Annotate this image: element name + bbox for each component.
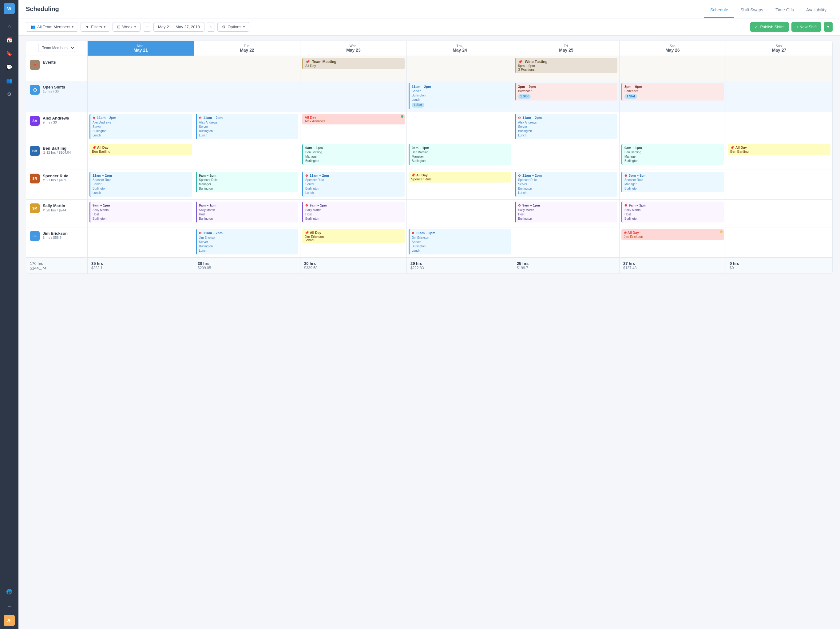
alex-shift-mon[interactable]: ❶ 11am – 2pm Alex Andrews Server Burling… [90, 114, 192, 139]
sr-sat[interactable]: ❶ 3pm – 9pm Spencer Rule Manager Burling… [619, 170, 726, 199]
sr-wed[interactable]: ❶ 11am – 2pm Spencer Rule Server Burling… [300, 170, 407, 199]
events-sat[interactable] [619, 56, 726, 81]
sm-shift-mon[interactable]: 9am – 1pm Sally Martin Host Burlington [90, 202, 192, 222]
shift-card-open-fri[interactable]: 3pm – 9pm Bartender 1 Slot [515, 83, 617, 101]
sm-sun[interactable] [726, 200, 832, 227]
ben-sat[interactable]: 9am – 1pm Ben Bartling Manager Burlingto… [619, 142, 726, 170]
je-shift-thu[interactable]: ❶ 11am – 2pm Jim Erickson Server Burling… [409, 229, 511, 254]
alex-sun[interactable] [726, 112, 832, 142]
sidebar-avatar[interactable]: JH [4, 615, 15, 626]
sm-shift-tue[interactable]: 9am – 1pm Sally Martin Host Burlington [196, 202, 298, 222]
shift-card-open-sat[interactable]: 3pm – 9pm Bartender 1 Slot [621, 83, 724, 101]
ben-thu[interactable]: 9am – 1pm Ben Bartling Manager Burlingto… [407, 142, 513, 170]
je-mon[interactable] [88, 227, 194, 257]
sr-shift-wed[interactable]: ❶ 11am – 2pm Spencer Rule Server Burling… [302, 172, 405, 197]
sidebar-item-globe[interactable]: 🌐 [3, 585, 15, 597]
sr-tue[interactable]: 9am – 3pm Spencer Rule Manager Burlingto… [194, 170, 300, 199]
alex-sat[interactable] [619, 112, 726, 142]
sidebar-logo[interactable]: W [4, 3, 15, 14]
sidebar-item-settings[interactable]: ⚙ [3, 88, 15, 100]
sr-allday-thu[interactable]: 📌 All Day Spencer Rule [409, 172, 511, 183]
sm-shift-fri[interactable]: ❶ 9am – 1pm Sally Martin Host Burlington [515, 202, 617, 222]
sm-shift-sat[interactable]: ❶ 9am – 1pm Sally Martin Host Burlington [621, 202, 724, 222]
sm-thu[interactable] [407, 200, 513, 227]
new-shift-button[interactable]: + New Shift [791, 22, 821, 32]
ben-shift-sat[interactable]: 9am – 1pm Ben Bartling Manager Burlingto… [621, 144, 724, 165]
events-sun[interactable] [726, 56, 832, 81]
event-wine-tasting[interactable]: 📌 Wine Tasting 5pm – 9pm 3 Positions [515, 58, 617, 73]
sm-mon[interactable]: 9am – 1pm Sally Martin Host Burlington [88, 200, 194, 227]
alex-mon[interactable]: ❶ 11am – 2pm Alex Andrews Server Burling… [88, 112, 194, 142]
je-allday-sat[interactable]: ⊗ All Day Jim Erickson [621, 229, 724, 240]
sidebar-item-team[interactable]: 👥 [3, 74, 15, 87]
ben-fri[interactable] [513, 142, 619, 170]
shift-card[interactable]: 11am – 2pm Server Burlington Lunch 1 Slo… [409, 83, 511, 109]
sm-tue[interactable]: 9am – 1pm Sally Martin Host Burlington [194, 200, 300, 227]
sm-shift-wed[interactable]: ❶ 9am – 1pm Sally Martin Host Burlington [302, 202, 405, 222]
events-wed[interactable]: 📌 Team Meeting All Day [300, 56, 407, 81]
open-shifts-tue[interactable] [194, 81, 300, 112]
ben-allday-sun[interactable]: 📌 All Day Ben Bartling [728, 144, 831, 155]
week-button[interactable]: ⊞ Week ▾ [112, 22, 141, 32]
alex-shift-tue[interactable]: ❶ 11am – 2pm Alex Andrews Server Burling… [196, 114, 298, 139]
sr-fri[interactable]: ❶ 11am – 2pm Spencer Rule Server Burling… [513, 170, 619, 199]
event-team-meeting[interactable]: 📌 Team Meeting All Day [302, 58, 405, 69]
sr-shift-tue[interactable]: 9am – 3pm Spencer Rule Manager Burlingto… [196, 172, 298, 192]
sr-shift-mon[interactable]: 11am – 2pm Spencer Rule Server Burlingto… [90, 172, 192, 197]
sr-sun[interactable] [726, 170, 832, 199]
sidebar-item-home[interactable]: ⌂ [3, 20, 15, 33]
open-shifts-fri[interactable]: 3pm – 9pm Bartender 1 Slot [513, 81, 619, 112]
team-members-button[interactable]: 👥 All Team Members ▾ [26, 22, 78, 32]
je-thu[interactable]: ❶ 11am – 2pm Jim Erickson Server Burling… [407, 227, 513, 257]
ben-sun[interactable]: 📌 All Day Ben Bartling [726, 142, 832, 170]
sr-shift-sat[interactable]: ❶ 3pm – 9pm Spencer Rule Manager Burling… [621, 172, 724, 192]
je-shift-tue[interactable]: ❶ 11am – 2pm Jim Erickson Server Burling… [196, 229, 298, 254]
new-shift-dropdown[interactable]: ▾ [824, 22, 833, 32]
team-members-select[interactable]: Team Members [38, 44, 75, 52]
ben-allday-mon[interactable]: 📌 All Day Ben Bartling [90, 144, 192, 155]
open-shifts-thu[interactable]: 11am – 2pm Server Burlington Lunch 1 Slo… [407, 81, 513, 112]
prev-week-button[interactable]: ‹ [143, 22, 151, 32]
events-tue[interactable] [194, 56, 300, 81]
je-wed[interactable]: 📌 All Day Jim Erickson School [300, 227, 407, 257]
alex-wed[interactable]: All Day Alex Andrews [300, 112, 407, 142]
je-sat[interactable]: ⊗ All Day Jim Erickson [619, 227, 726, 257]
sm-sat[interactable]: ❶ 9am – 1pm Sally Martin Host Burlington [619, 200, 726, 227]
sr-thu[interactable]: 📌 All Day Spencer Rule [407, 170, 513, 199]
tab-availability[interactable]: Availability [800, 0, 833, 18]
sidebar-item-calendar[interactable]: 📅 [3, 34, 15, 46]
events-mon[interactable] [88, 56, 194, 81]
open-shifts-sun[interactable] [726, 81, 832, 112]
alex-fri[interactable]: ❶ 11am – 2pm Alex Andrews Server Burling… [513, 112, 619, 142]
tab-time-offs[interactable]: Time Offs [769, 0, 800, 18]
filters-button[interactable]: ▼ Filters ▾ [81, 22, 110, 32]
je-sun[interactable] [726, 227, 832, 257]
date-range-button[interactable]: May 21 – May 27, 2018 [153, 22, 204, 32]
sr-shift-fri[interactable]: ❶ 11am – 2pm Spencer Rule Server Burling… [515, 172, 617, 197]
sidebar-item-chat[interactable]: 💬 [3, 61, 15, 73]
alex-tue[interactable]: ❶ 11am – 2pm Alex Andrews Server Burling… [194, 112, 300, 142]
options-button[interactable]: ⚙ Options ▾ [217, 22, 249, 32]
header-team-members[interactable]: Team Members [26, 41, 88, 56]
next-week-button[interactable]: › [207, 22, 215, 32]
tab-shift-swaps[interactable]: Shift Swaps [734, 0, 769, 18]
ben-shift-thu[interactable]: 9am – 1pm Ben Bartling Manager Burlingto… [409, 144, 511, 165]
open-shifts-sat[interactable]: 3pm – 9pm Bartender 1 Slot [619, 81, 726, 112]
je-tue[interactable]: ❶ 11am – 2pm Jim Erickson Server Burling… [194, 227, 300, 257]
events-fri[interactable]: 📌 Wine Tasting 5pm – 9pm 3 Positions [513, 56, 619, 81]
alex-shift-fri[interactable]: ❶ 11am – 2pm Alex Andrews Server Burling… [515, 114, 617, 139]
ben-shift-wed[interactable]: 9am – 1pm Ben Bartling Manager Burlingto… [302, 144, 405, 165]
je-fri[interactable] [513, 227, 619, 257]
sr-mon[interactable]: 11am – 2pm Spencer Rule Server Burlingto… [88, 170, 194, 199]
tab-schedule[interactable]: Schedule [704, 0, 734, 18]
events-thu[interactable] [407, 56, 513, 81]
ben-wed[interactable]: 9am – 1pm Ben Bartling Manager Burlingto… [300, 142, 407, 170]
sm-fri[interactable]: ❶ 9am – 1pm Sally Martin Host Burlington [513, 200, 619, 227]
alex-thu[interactable] [407, 112, 513, 142]
open-shifts-wed[interactable] [300, 81, 407, 112]
ben-mon[interactable]: 📌 All Day Ben Bartling [88, 142, 194, 170]
publish-shifts-button[interactable]: ✓ Publish Shifts [750, 22, 789, 32]
sidebar-item-arrow[interactable]: → [3, 600, 15, 612]
open-shifts-mon[interactable] [88, 81, 194, 112]
je-allday-wed[interactable]: 📌 All Day Jim Erickson School [302, 229, 405, 243]
